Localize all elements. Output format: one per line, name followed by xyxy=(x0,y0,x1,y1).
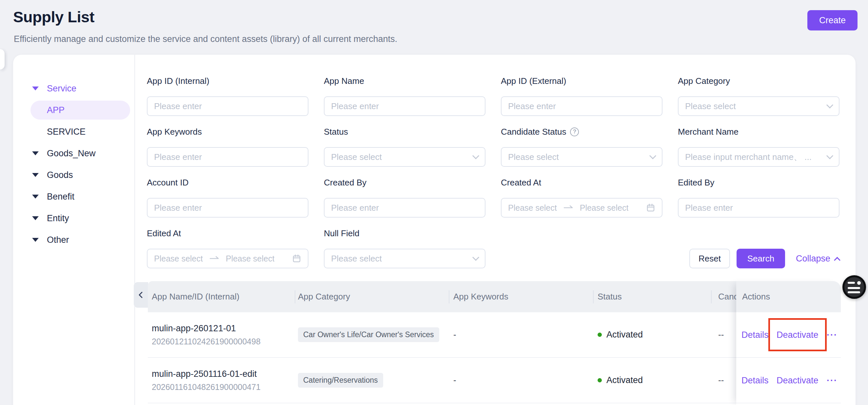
status-dot xyxy=(597,333,602,337)
edited-by-input[interactable] xyxy=(678,198,839,218)
tree-item-entity[interactable]: Entity xyxy=(13,208,134,229)
caret-down-icon xyxy=(32,238,39,242)
app-keywords-input[interactable] xyxy=(147,147,308,167)
column-settings-button[interactable] xyxy=(842,275,866,299)
more-actions-link[interactable]: ··· xyxy=(827,330,838,340)
field-account-id: Account ID xyxy=(147,177,308,218)
chevron-down-icon xyxy=(649,152,656,159)
category-tag: Catering/Reservations xyxy=(298,373,383,387)
caret-down-icon xyxy=(32,87,39,90)
field-label: Null Field xyxy=(324,228,359,239)
field-created-by: Created By xyxy=(324,177,486,218)
col-app-name-id: App Name/ID (Internal) xyxy=(152,292,239,302)
arrow-right-icon xyxy=(563,205,573,210)
more-actions-link[interactable]: ··· xyxy=(827,375,838,385)
field-label: Status xyxy=(324,127,348,137)
null-field-select[interactable]: Please select xyxy=(324,249,486,268)
field-label: Candidate Status xyxy=(501,127,566,137)
tree-item-service[interactable]: Service xyxy=(13,77,134,99)
page-subtitle: Efficiently manage and customize the ser… xyxy=(14,34,397,44)
chevron-up-icon xyxy=(834,257,840,263)
field-label: App ID (Internal) xyxy=(147,76,210,86)
app-id-internal-input[interactable] xyxy=(147,96,308,116)
field-label: App Keywords xyxy=(147,127,202,137)
tree-item-other[interactable]: Other xyxy=(13,229,134,251)
page-title: Supply List xyxy=(13,8,94,26)
field-null-field: Null Field Please select xyxy=(324,228,486,268)
details-link[interactable]: Details xyxy=(741,330,769,340)
caret-down-icon xyxy=(32,216,39,220)
edited-at-range-picker[interactable]: Please select Please select xyxy=(147,249,308,268)
field-label: App ID (External) xyxy=(501,76,566,86)
field-app-keywords: App Keywords xyxy=(147,126,308,167)
tree-item-app[interactable]: APP xyxy=(13,99,134,121)
app-id: 202601161048261900000471 xyxy=(152,382,260,392)
category-tag: Car Owner's Life/Car Owner's Services xyxy=(298,328,439,342)
deactivate-link[interactable]: Deactivate xyxy=(777,330,818,340)
field-edited-at: Edited At Please select Please select xyxy=(147,228,308,268)
status-text: Activated xyxy=(607,375,643,385)
keywords-value: - xyxy=(453,330,456,340)
chevron-down-icon xyxy=(472,152,479,159)
app-id-external-input[interactable] xyxy=(501,96,662,116)
tree-item-benefit[interactable]: Benefit xyxy=(13,186,134,208)
app-name: mulin-app-2501116-01-edit xyxy=(152,369,257,379)
merchant-name-select[interactable]: Please input merchant name、 ... xyxy=(678,147,839,167)
list-settings-icon xyxy=(848,281,861,293)
candidate-value: -- xyxy=(718,375,724,385)
field-app-name: App Name xyxy=(324,75,486,116)
chevron-down-icon xyxy=(826,152,833,159)
collapse-link[interactable]: Collapse xyxy=(796,254,839,264)
keywords-value: - xyxy=(453,375,456,385)
caret-down-icon xyxy=(32,195,39,198)
filter-form: App ID (Internal) App Name App ID (Exter… xyxy=(147,55,839,279)
col-app-keywords: App Keywords xyxy=(453,292,508,302)
sidebar-divider xyxy=(134,55,135,405)
candidate-value: -- xyxy=(718,330,724,340)
field-app-category: App Category Please select xyxy=(678,75,839,116)
col-app-category: App Category xyxy=(298,292,350,302)
field-label: App Category xyxy=(678,76,730,86)
status-text: Activated xyxy=(607,330,643,340)
caret-down-icon xyxy=(32,173,39,177)
field-edited-by: Edited By xyxy=(678,177,839,218)
candidate-status-select[interactable]: Please select xyxy=(501,147,662,167)
search-button[interactable]: Search xyxy=(737,249,785,268)
field-label: Merchant Name xyxy=(678,127,739,137)
deactivate-link[interactable]: Deactivate xyxy=(777,375,818,385)
caret-down-icon xyxy=(32,151,39,155)
left-drawer-handle[interactable] xyxy=(0,49,5,69)
actions-fixed-column: Actions Details Deactivate ··· Details D… xyxy=(736,281,841,405)
table-collapse-handle[interactable] xyxy=(134,282,148,308)
app-category-select[interactable]: Please select xyxy=(678,96,839,116)
app-name-input[interactable] xyxy=(324,96,486,116)
status-select[interactable]: Please select xyxy=(324,147,486,167)
reset-button[interactable]: Reset xyxy=(689,249,730,268)
field-merchant-name: Merchant Name Please input merchant name… xyxy=(678,126,839,167)
arrow-right-icon xyxy=(210,256,219,261)
field-label: Edited By xyxy=(678,178,714,188)
help-icon[interactable]: ? xyxy=(570,127,579,136)
details-link[interactable]: Details xyxy=(741,375,769,385)
tree-item-service-child[interactable]: SERVICE xyxy=(13,121,134,143)
field-app-id-external: App ID (External) xyxy=(501,75,662,116)
main-card: Service APP SERVICE Goods_New Goods Bene… xyxy=(13,55,856,405)
calendar-icon xyxy=(292,254,301,263)
field-label: Created At xyxy=(501,178,541,188)
field-label: Edited At xyxy=(147,228,181,239)
filter-actions: Reset Search Collapse xyxy=(501,249,839,268)
app-id: 202601211024261900000498 xyxy=(152,337,260,346)
created-at-range-picker[interactable]: Please select Please select xyxy=(501,198,662,218)
chevron-down-icon xyxy=(826,101,833,108)
actions-cell-row1: Details Deactivate ··· xyxy=(736,312,841,358)
calendar-icon xyxy=(646,203,655,212)
created-by-input[interactable] xyxy=(324,198,486,218)
account-id-input[interactable] xyxy=(147,198,308,218)
chevron-down-icon xyxy=(472,254,479,260)
app-name: mulin-app-260121-01 xyxy=(152,323,236,334)
create-button[interactable]: Create xyxy=(807,10,858,30)
tree-item-goods[interactable]: Goods xyxy=(13,164,134,186)
tree-item-goods-new[interactable]: Goods_New xyxy=(13,143,134,164)
chevron-left-icon xyxy=(136,290,146,300)
col-status: Status xyxy=(597,292,622,302)
